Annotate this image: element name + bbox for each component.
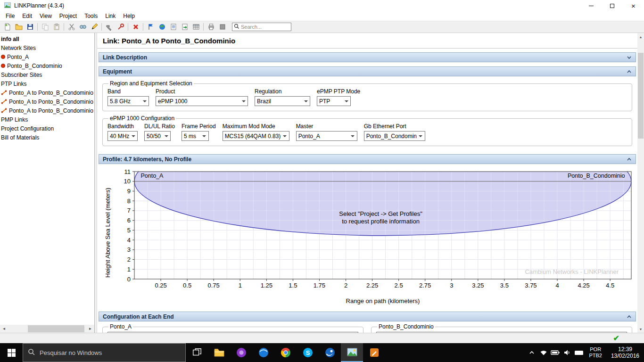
epmp-ptp-mode-combobox[interactable]: PTP bbox=[317, 96, 351, 106]
tree-item-ponto-a-to-ponto-b-condominio[interactable]: Ponto_A to Ponto_B_Condominio bbox=[0, 97, 94, 106]
language-indicator[interactable]: POR PTB2 bbox=[585, 346, 606, 359]
regulation-combobox[interactable]: Brazil bbox=[255, 96, 310, 106]
tree-item-ponto-a-to-ponto-b-condominio[interactable]: Ponto_A to Ponto_B_Condominio bbox=[0, 88, 94, 97]
gb-ethernet-port-combobox[interactable]: Ponto_B_Condominio bbox=[364, 131, 425, 141]
tree-item-label: Subscriber Sites bbox=[1, 72, 42, 78]
menu-link[interactable]: Link bbox=[101, 12, 119, 20]
snapshot-button[interactable] bbox=[217, 22, 228, 32]
bandwidth-combobox[interactable]: 40 MHz bbox=[107, 131, 138, 141]
close-button[interactable]: × bbox=[623, 0, 644, 11]
section-equipment[interactable]: Equipment bbox=[99, 66, 636, 76]
taskbar-search-placeholder: Pesquisar no Windows bbox=[40, 349, 102, 356]
product-combobox[interactable]: ePMP 1000 bbox=[156, 96, 248, 106]
field-master: Master Ponto_A bbox=[296, 123, 357, 141]
taskbar-search[interactable]: Pesquisar no Windows bbox=[23, 343, 186, 362]
taskbar-app-linkplanner[interactable] bbox=[341, 343, 363, 362]
paste-button[interactable] bbox=[51, 22, 62, 32]
language-code: POR bbox=[589, 346, 602, 353]
content-v-scrollbar[interactable]: ▲ ▼ bbox=[637, 33, 644, 333]
scroll-down-arrow[interactable]: ▼ bbox=[637, 325, 644, 333]
volume-icon[interactable] bbox=[561, 343, 573, 362]
master-combobox[interactable]: Ponto_A bbox=[296, 131, 357, 141]
tools-button[interactable] bbox=[104, 22, 115, 32]
menu-file[interactable]: File bbox=[2, 12, 18, 20]
chevron-down-icon bbox=[129, 132, 137, 140]
v-scrollbar-thumb[interactable] bbox=[638, 53, 644, 139]
taskbar-app-app-swirl[interactable] bbox=[319, 343, 341, 362]
taskbar-clock[interactable]: 12:39 13/02/2016 bbox=[606, 346, 644, 359]
taskbar-app-task-view[interactable] bbox=[186, 343, 208, 362]
minimize-button[interactable] bbox=[580, 0, 602, 11]
scroll-up-arrow[interactable]: ▲ bbox=[637, 33, 644, 41]
tree-item-bill-of-materials[interactable]: Bill of Materials bbox=[0, 133, 94, 142]
start-button[interactable] bbox=[0, 343, 23, 362]
section-configuration-at-each-end[interactable]: Configuration at Each End bbox=[99, 312, 636, 321]
tree-item-pmp-links[interactable]: PMP Links bbox=[0, 115, 94, 124]
tree-item-network-sites[interactable]: Network Sites bbox=[0, 43, 94, 52]
find-button[interactable] bbox=[77, 22, 88, 32]
menu-view[interactable]: View bbox=[36, 12, 56, 20]
export-button[interactable] bbox=[179, 22, 190, 32]
tree-item-ponto-a-to-ponto-b-condominio[interactable]: Ponto_A to Ponto_B_Condominio bbox=[0, 106, 94, 115]
search-input[interactable] bbox=[241, 24, 289, 30]
tree-item-subscriber-sites[interactable]: Subscriber Sites bbox=[0, 70, 94, 79]
maximum-mod-mode-combobox[interactable]: MCS15 (64QAM 0.83) bbox=[223, 131, 289, 141]
field-label: Frame Period bbox=[182, 123, 216, 130]
tree-item-ponto-b-condominio[interactable]: Ponto_B_Condominio bbox=[0, 61, 94, 70]
menu-tools[interactable]: Tools bbox=[81, 12, 101, 20]
tree-item-ptp-links[interactable]: PTP Links bbox=[0, 79, 94, 88]
menu-edit[interactable]: Edit bbox=[18, 12, 36, 20]
svg-text:3.25: 3.25 bbox=[472, 282, 484, 289]
print-button[interactable] bbox=[206, 22, 216, 32]
taskbar-app-file-explorer[interactable] bbox=[208, 343, 230, 362]
end-group-ponto-b-condominio: Ponto_B_Condominio Cambium Networks 5 GH… bbox=[371, 323, 632, 333]
new-project-button[interactable] bbox=[2, 22, 13, 32]
section-link-description[interactable]: Link Description bbox=[99, 52, 636, 62]
toolbar-separator bbox=[37, 23, 38, 31]
cut-button[interactable] bbox=[66, 22, 77, 32]
save-project-button[interactable] bbox=[25, 22, 35, 32]
toolbar-separator bbox=[128, 23, 128, 31]
chevron-up-icon[interactable] bbox=[526, 343, 537, 362]
tree-item-info-all[interactable]: info all bbox=[0, 34, 94, 43]
sidebar-h-scrollbar[interactable]: ◄ ► bbox=[0, 325, 94, 333]
section-profile[interactable]: Profile: 4.7 kilometers, No Profile bbox=[99, 154, 636, 164]
network-icon[interactable] bbox=[537, 343, 549, 362]
field-label: Gb Ethernet Port bbox=[364, 123, 425, 130]
taskbar-app-app-purple[interactable] bbox=[230, 343, 252, 362]
taskbar-app-skype[interactable]: S bbox=[297, 343, 319, 362]
bom-button[interactable] bbox=[190, 22, 201, 32]
config-at-each-end-panel: Ponto_A Cambium Networks 5 GHz Integrate… bbox=[99, 321, 636, 333]
scroll-right-arrow[interactable]: ► bbox=[86, 325, 94, 333]
tree-item-ponto-a[interactable]: Ponto_A bbox=[0, 52, 94, 61]
menu-help[interactable]: Help bbox=[119, 12, 139, 20]
edit-button[interactable] bbox=[89, 22, 99, 32]
placemark-button[interactable] bbox=[145, 22, 156, 32]
tree-item-project-configuration[interactable]: Project Configuration bbox=[0, 124, 94, 133]
google-earth-button[interactable] bbox=[157, 22, 167, 32]
maximize-button[interactable] bbox=[602, 0, 623, 11]
calibrate-button[interactable] bbox=[115, 22, 126, 32]
frame-period-combobox[interactable]: 5 ms bbox=[182, 131, 209, 141]
report-button[interactable] bbox=[168, 22, 179, 32]
scroll-left-arrow[interactable]: ◄ bbox=[0, 325, 8, 333]
keyboard-icon[interactable] bbox=[573, 343, 585, 362]
profile-panel: Height Above Sea Level (meters) 0.250.50… bbox=[99, 164, 636, 307]
menu-project[interactable]: Project bbox=[56, 12, 81, 20]
open-project-button[interactable] bbox=[13, 22, 24, 32]
taskbar-app-chrome[interactable] bbox=[274, 343, 297, 362]
delete-button[interactable] bbox=[130, 22, 141, 32]
h-scrollbar-track[interactable] bbox=[8, 325, 86, 333]
svg-text:2: 2 bbox=[127, 256, 131, 263]
taskbar-app-app-blue[interactable] bbox=[252, 343, 274, 362]
taskbar-app-app-orange[interactable] bbox=[363, 343, 385, 362]
svg-text:2.25: 2.25 bbox=[366, 282, 378, 289]
battery-icon[interactable] bbox=[549, 343, 561, 362]
band-combobox[interactable]: 5.8 GHz bbox=[107, 96, 149, 106]
dl-ul-ratio-combobox[interactable]: 50/50 bbox=[144, 131, 171, 141]
toolbar-search[interactable] bbox=[232, 23, 291, 31]
copy-button[interactable] bbox=[40, 22, 50, 32]
h-scrollbar-thumb[interactable] bbox=[28, 325, 84, 332]
chevron-down-icon bbox=[281, 132, 289, 140]
group-legend: Ponto_B_Condominio bbox=[377, 323, 435, 330]
